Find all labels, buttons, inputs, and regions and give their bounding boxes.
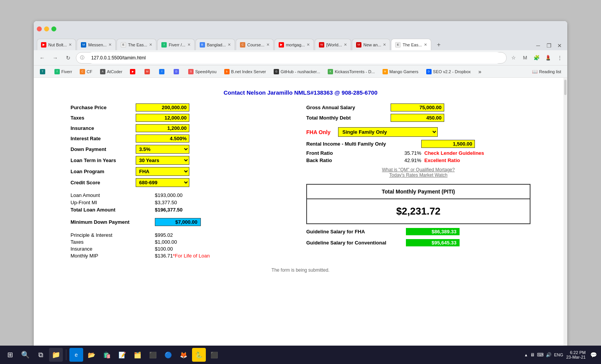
system-tray-arrow[interactable]: ▲ (524, 353, 528, 357)
tab-close-3[interactable]: ✕ (186, 43, 190, 47)
qm-link[interactable]: What is "QM" or Qualified Mortage? (306, 167, 530, 172)
bookmark-cf[interactable]: C CF (77, 68, 95, 75)
piti-box: Total Monthly Payment (PITI) $2,231.72 (306, 184, 530, 224)
tab-close-8[interactable]: ✕ (381, 43, 386, 47)
edge-taskbar-button[interactable]: e (69, 348, 83, 362)
folder-taskbar-button[interactable]: 🗂️ (131, 348, 145, 362)
taskbar-volume-icon[interactable]: 🔊 (546, 352, 552, 357)
tab-9[interactable]: E The Eas... ✕ (391, 39, 431, 50)
down-payment-select[interactable]: 3.5% 5% 10% 15% 20% 25% (136, 145, 189, 154)
bookmark-facebook[interactable]: f (156, 68, 169, 75)
bookmark-more[interactable]: » (475, 68, 484, 75)
bookmark-tamim[interactable]: T (37, 68, 50, 75)
extensions-icon[interactable]: 🧩 (532, 53, 541, 62)
maximize-button[interactable] (51, 26, 56, 31)
loan-term-select[interactable]: 10 Years 15 Years 20 Years 30 Years (136, 156, 189, 165)
loan-program-row: Loan Program FHA Conventional VA USDA (71, 167, 295, 176)
chrome-taskbar-button[interactable]: 🔵 (161, 348, 175, 362)
rates-link[interactable]: Today's Rates Market Watch (306, 172, 530, 178)
bookmark-label-seo: SEO v2.2 - Dropbox (433, 69, 471, 74)
down-payment-row: Down Payment 3.5% 5% 10% 15% 20% 25% (71, 145, 295, 154)
tab-label-8: New an... (363, 43, 381, 47)
firefox-taskbar-button[interactable]: 🦊 (177, 348, 190, 362)
tab-7[interactable]: W [World... ✕ (315, 39, 351, 50)
window-close-btn[interactable]: ✕ (555, 41, 564, 50)
file-explorer-button[interactable]: 📁 (49, 348, 63, 362)
tab-close-7[interactable]: ✕ (342, 43, 347, 47)
bookmark-star-icon[interactable]: ☆ (509, 53, 518, 62)
menu-icon[interactable]: ⋮ (555, 53, 564, 62)
reading-list-button[interactable]: 📖 Reading list (529, 68, 564, 75)
notification-button[interactable]: 💬 (589, 350, 598, 359)
bookmark-seo[interactable]: D SEO v2.2 - Dropbox (423, 68, 474, 75)
insurance-value[interactable]: 1,200.00 (136, 124, 189, 132)
tab-close-2[interactable]: ✕ (147, 43, 152, 47)
tab-close-0[interactable]: ✕ (67, 43, 72, 47)
scrollbar[interactable] (563, 78, 567, 358)
tab-6[interactable]: ▶ mortgag... ✕ (274, 39, 314, 50)
property-type-select[interactable]: Single Family Only 2 Unit 3 Unit 4 Unit (338, 127, 438, 137)
tab-0[interactable]: ▶ Nut Bolt... ✕ (37, 39, 76, 50)
bookmark-atcoder[interactable]: A AtCoder (97, 68, 125, 75)
start-button[interactable]: ⊞ (3, 348, 17, 362)
secure-icon: ⓘ (80, 55, 84, 61)
forward-button[interactable]: → (50, 52, 61, 63)
front-ratio-label: Front Ratio (306, 150, 391, 156)
tab-3[interactable]: f Fiverr /... ✕ (157, 39, 194, 50)
bookmark-discord[interactable]: D (171, 68, 184, 75)
reload-button[interactable]: ↻ (63, 52, 74, 63)
tab-8[interactable]: M New an... ✕ (352, 39, 390, 50)
minimize-button[interactable] (44, 26, 49, 31)
tabs-bar: ▶ Nut Bolt... ✕ M Messen... ✕ E The Eas.… (34, 36, 567, 50)
tab-close-1[interactable]: ✕ (107, 43, 112, 47)
window-minimize-btn[interactable]: ─ (534, 41, 543, 50)
lipstick-icon[interactable]: 💄 (544, 53, 553, 62)
task-view-button[interactable]: ⧉ (34, 348, 48, 362)
guideline-conventional-value: $95,645.33 (406, 239, 460, 246)
window-restore-btn[interactable]: ❐ (544, 41, 553, 50)
tab-2[interactable]: E The Eas... ✕ (117, 39, 156, 50)
interest-rate-value[interactable]: 4.500% (136, 134, 189, 143)
scrollbar-thumb[interactable] (564, 80, 567, 95)
taxes-value[interactable]: 12,000.00 (136, 114, 189, 122)
monthly-mip-label: Monthly MIP (71, 253, 155, 259)
monthly-debt-value[interactable]: 450.00 (391, 114, 444, 122)
search-button[interactable]: 🔍 (18, 348, 32, 362)
bookmark-youtube2[interactable]: ▶ (127, 68, 140, 75)
tab-close-5[interactable]: ✕ (264, 43, 269, 47)
credit-score-row: Credit Score 580-619 620-639 640-659 660… (71, 178, 295, 187)
tab-label-7: [World... (326, 43, 342, 47)
tab-close-4[interactable]: ✕ (226, 43, 231, 47)
tab-1[interactable]: M Messen... ✕ (77, 39, 116, 50)
tab-5[interactable]: C Course... ✕ (236, 39, 274, 50)
tab-close-6[interactable]: ✕ (305, 43, 310, 47)
bookmark-speed4you[interactable]: S Speed4you (185, 68, 220, 75)
back-button[interactable]: ← (37, 52, 48, 63)
windows-explorer-taskbar-button[interactable]: 📂 (85, 348, 99, 362)
bookmark-bnet[interactable]: b B.net Index Server (221, 68, 269, 75)
taskbar-clock[interactable]: 6:22 PM 23-Mar-21 (566, 350, 586, 359)
notepad-taskbar-button[interactable]: 📝 (115, 348, 129, 362)
database-taskbar-button[interactable]: ⬛ (207, 348, 221, 362)
bookmark-fiverr[interactable]: f Fiverr (51, 68, 75, 75)
rental-income-value[interactable]: 1,500.00 (421, 140, 475, 148)
close-button[interactable] (37, 26, 42, 31)
gross-salary-value[interactable]: 75,000.00 (391, 103, 444, 111)
tab-close-9[interactable]: ✕ (422, 43, 427, 47)
purchase-price-value[interactable]: 200,000.00 (136, 103, 189, 111)
guideline-conventional-label: Guideline Salary for Conventional (306, 240, 406, 246)
loan-program-select[interactable]: FHA Conventional VA USDA (136, 167, 189, 176)
credit-score-select[interactable]: 580-619 620-639 640-659 660-679 680-699 … (136, 178, 189, 187)
vscode-taskbar-button[interactable]: ⬛ (146, 348, 160, 362)
pycharm-taskbar-button[interactable]: 🐍 (192, 348, 206, 362)
new-tab-button[interactable]: + (434, 39, 444, 50)
address-input[interactable] (87, 52, 502, 64)
tab-favicon-8: M (356, 42, 361, 48)
bookmark-github[interactable]: G GitHub - nushacker... (271, 68, 323, 75)
bookmark-mango[interactable]: M Mango Gamers (379, 68, 422, 75)
bookmark-gmail[interactable]: M (141, 68, 154, 75)
store-taskbar-button[interactable]: 🛍️ (100, 348, 114, 362)
bookmark-kickass[interactable]: K KickassTorrents - D... (325, 68, 378, 75)
profile-icon[interactable]: M (521, 53, 530, 62)
tab-4[interactable]: B Banglad... ✕ (195, 39, 235, 50)
